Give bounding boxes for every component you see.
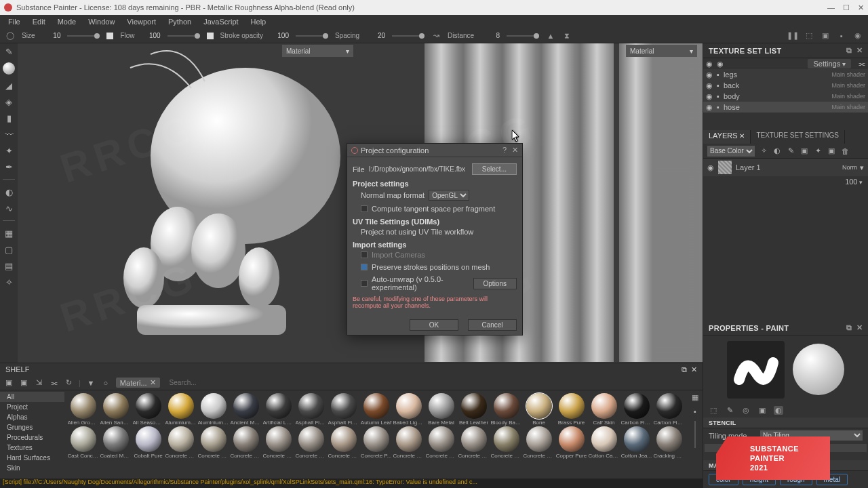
material-item[interactable]: Cobalt Pure bbox=[132, 426, 164, 459]
menu-help[interactable]: Help bbox=[245, 16, 272, 27]
material-item[interactable]: All Season T... bbox=[132, 393, 164, 426]
material-item[interactable]: Concrete Cl... bbox=[197, 426, 229, 459]
material-item[interactable]: Alien Growt... bbox=[67, 393, 99, 426]
vis-solo-icon[interactable]: ◉ bbox=[717, 60, 724, 68]
panel-undock-icon[interactable]: ⧉ bbox=[846, 323, 852, 332]
shelf-link-icon[interactable]: ⫘ bbox=[49, 379, 58, 387]
material-item[interactable]: Concrete P... bbox=[360, 426, 392, 459]
effect-icon[interactable]: ✧ bbox=[759, 146, 768, 156]
material-item[interactable]: Artificial Lea... bbox=[262, 393, 294, 426]
size-value[interactable]: 10 bbox=[41, 32, 60, 39]
material-item[interactable]: Coated Met... bbox=[100, 426, 132, 459]
options-button[interactable]: Options bbox=[473, 278, 517, 289]
material-item[interactable]: Asphalt Fin... bbox=[295, 393, 327, 426]
material-item[interactable]: Belt Leather bbox=[458, 393, 490, 426]
brush-preview-icon[interactable] bbox=[3, 62, 15, 75]
spacing-value[interactable]: 20 bbox=[366, 32, 385, 39]
visibility-icon[interactable]: ◉ bbox=[707, 163, 714, 172]
material-item[interactable]: Carbon Fib... bbox=[653, 393, 685, 426]
cat-alphas[interactable]: Alphas bbox=[0, 412, 64, 422]
material-item[interactable]: Copper Pure bbox=[555, 426, 587, 459]
menu-mode[interactable]: Mode bbox=[52, 16, 82, 27]
smart-icon[interactable]: ✦ bbox=[813, 146, 823, 156]
close-button[interactable]: ✕ bbox=[858, 3, 864, 12]
cat-procedurals[interactable]: Procedurals bbox=[0, 432, 64, 443]
menu-file[interactable]: File bbox=[3, 16, 26, 27]
smudge-tool-icon[interactable]: 〰 bbox=[3, 129, 14, 140]
material-item[interactable]: Cotton Can... bbox=[588, 426, 620, 459]
material-item[interactable]: Concrete Fl... bbox=[262, 426, 294, 459]
material-item[interactable]: Bone bbox=[523, 393, 555, 426]
material-item[interactable]: Bloody Batt... bbox=[490, 393, 522, 426]
clone-tool-icon[interactable]: ✦ bbox=[3, 145, 14, 156]
panel-undock-icon[interactable]: ⧉ bbox=[846, 46, 852, 55]
texset-row-legs[interactable]: ◉▪legsMain shader bbox=[703, 69, 868, 80]
cat-project[interactable]: Project bbox=[0, 402, 64, 412]
import-cameras-checkbox[interactable] bbox=[361, 251, 368, 258]
panel-close-icon[interactable]: ✕ bbox=[856, 323, 863, 332]
capture-icon[interactable]: ◉ bbox=[853, 31, 863, 41]
material-item[interactable]: Aluminium ... bbox=[165, 393, 197, 426]
normal-format-select[interactable]: OpenGL bbox=[429, 190, 469, 201]
distance-slider[interactable] bbox=[507, 35, 539, 37]
menu-edit[interactable]: Edit bbox=[27, 16, 51, 27]
shelf-import-icon[interactable]: ⇲ bbox=[34, 378, 43, 387]
texset-row-body[interactable]: ◉▪bodyMain shader bbox=[703, 91, 868, 102]
material-item[interactable]: Asphalt Fin... bbox=[328, 393, 359, 426]
mesh-icon[interactable]: ⬚ bbox=[804, 31, 814, 41]
material-item[interactable]: Concrete S... bbox=[458, 426, 490, 459]
shelf-undock-icon[interactable]: ⧉ bbox=[682, 365, 687, 374]
symmetry-icon[interactable]: ▲ bbox=[546, 31, 555, 41]
material-dropdown-3d[interactable]: Material bbox=[282, 45, 353, 57]
menu-viewport[interactable]: Viewport bbox=[121, 16, 161, 27]
projection-tool-icon[interactable]: ◈ bbox=[3, 96, 14, 107]
shelf-filter-icon[interactable]: ▼ bbox=[86, 379, 96, 387]
cat-grunges[interactable]: Grunges bbox=[0, 422, 64, 432]
cube-icon[interactable]: ▣ bbox=[821, 31, 830, 41]
cat-textures[interactable]: Textures bbox=[0, 443, 64, 453]
material-item[interactable]: Bare Metal bbox=[425, 393, 457, 426]
flow-slider[interactable] bbox=[167, 35, 200, 37]
texset-row-hose[interactable]: ◉▪hoseMain shader bbox=[703, 102, 868, 113]
material-item[interactable]: Concrete W... bbox=[523, 426, 555, 459]
opacity-value[interactable]: 100 bbox=[270, 32, 289, 39]
vis-all-icon[interactable]: ◉ bbox=[706, 60, 713, 68]
size-slider[interactable] bbox=[67, 35, 100, 37]
material-item[interactable]: Cotton Jea... bbox=[620, 426, 652, 459]
dialog-help-icon[interactable]: ? bbox=[502, 146, 507, 155]
material-item[interactable]: Baked Light... bbox=[393, 393, 425, 426]
cat-all[interactable]: All bbox=[0, 392, 64, 402]
mask-icon[interactable]: ◐ bbox=[772, 146, 782, 156]
tab-material-icon[interactable]: ▣ bbox=[757, 406, 767, 415]
tangent-checkbox[interactable] bbox=[361, 205, 368, 212]
link-icon[interactable]: ⫘ bbox=[858, 60, 865, 68]
menu-window[interactable]: Window bbox=[83, 16, 120, 27]
auto-unwrap-checkbox[interactable] bbox=[361, 280, 368, 287]
folder-icon[interactable]: ▣ bbox=[827, 146, 836, 156]
layer-name[interactable]: Layer 1 bbox=[736, 163, 761, 171]
bake-icon[interactable]: ▦ bbox=[3, 228, 14, 239]
brush-preset-icon[interactable]: ◯ bbox=[5, 31, 15, 41]
material-item[interactable]: Concrete Pl... bbox=[328, 426, 359, 459]
tab-brush-icon[interactable]: ⬚ bbox=[709, 406, 718, 415]
material-item[interactable]: Alien Sand ... bbox=[100, 393, 132, 426]
material-item[interactable]: Brass Pure bbox=[555, 393, 587, 426]
layer-row[interactable]: ◉ Layer 1 Norm▾ bbox=[703, 159, 868, 176]
paint-tool-icon[interactable]: ✎ bbox=[3, 46, 14, 57]
settings-dropdown[interactable]: Settings ▾ bbox=[808, 59, 851, 68]
tab-stencil-icon[interactable]: ◎ bbox=[741, 406, 751, 415]
flow-lock[interactable] bbox=[207, 33, 214, 39]
layer-opacity[interactable]: 100 ▾ bbox=[845, 178, 863, 186]
select-file-button[interactable]: Select... bbox=[472, 163, 517, 175]
preserve-strokes-checkbox[interactable] bbox=[361, 264, 368, 270]
menu-python[interactable]: Python bbox=[163, 16, 197, 27]
settings-icon[interactable]: ▢ bbox=[3, 244, 14, 255]
material-item[interactable]: Calf Skin bbox=[588, 393, 620, 426]
brush-icon[interactable]: ✎ bbox=[786, 146, 795, 156]
shelf-filter-chip[interactable]: Materi...✕ bbox=[116, 378, 160, 388]
ok-button[interactable]: OK bbox=[410, 319, 458, 331]
shelf-close-icon[interactable]: ✕ bbox=[691, 365, 697, 374]
opacity-slider[interactable] bbox=[296, 35, 328, 37]
fill-layer-icon[interactable]: ▣ bbox=[800, 146, 809, 156]
pick-tool-icon[interactable]: ✒ bbox=[3, 161, 14, 172]
